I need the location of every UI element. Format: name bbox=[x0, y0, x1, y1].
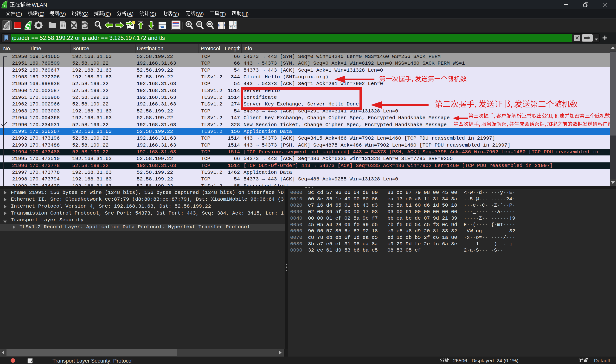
svg-text:3: 3 bbox=[234, 26, 236, 29]
svg-text:1: 1 bbox=[234, 22, 236, 25]
svg-text:2: 2 bbox=[230, 26, 232, 29]
